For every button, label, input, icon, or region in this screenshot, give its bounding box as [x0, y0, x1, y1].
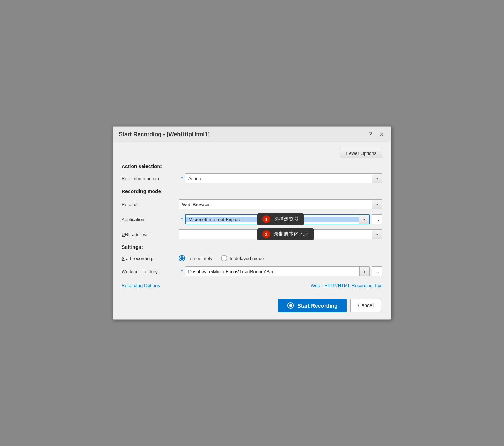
required-star-working-dir: *: [181, 269, 183, 274]
tooltip-1-number: 1: [262, 215, 270, 223]
title-bar: Start Recording - [WebHttpHtml1] ? ✕: [113, 127, 391, 142]
working-dir-row: Working directory: * D:\software\Micro F…: [122, 266, 382, 276]
start-recording-row: Start recording: Immediately In delayed …: [122, 255, 382, 261]
start-recording-field-label: Start recording:: [122, 256, 179, 261]
tooltip-1: 1 选择浏览器: [257, 213, 304, 225]
record-into-label: Record into action:: [122, 176, 179, 181]
settings-section: Settings:: [122, 244, 382, 250]
application-row: Application: * Microsoft Internet Explor…: [122, 214, 382, 224]
toolbar-row: Fewer Options: [122, 148, 382, 158]
close-button[interactable]: ✕: [378, 130, 385, 138]
footer-divider: [122, 293, 382, 293]
radio-selected-inner: [180, 256, 184, 260]
immediately-label: Immediately: [187, 256, 212, 261]
dialog-body: Fewer Options Action selection: Record i…: [113, 142, 391, 319]
help-button[interactable]: ?: [367, 131, 374, 138]
links-row: Recording Options Web - HTTP/HTML Record…: [122, 283, 382, 288]
required-star-app: *: [181, 216, 183, 222]
record-row: Record: Web Browser ▾: [122, 199, 382, 209]
record-into-dropdown-arrow[interactable]: ▾: [372, 174, 382, 183]
cancel-button[interactable]: Cancel: [350, 299, 381, 312]
record-value: Web Browser: [179, 202, 372, 207]
url-dropdown-arrow[interactable]: ▾: [372, 230, 382, 239]
record-field-label: Record:: [122, 202, 179, 207]
delayed-radio[interactable]: [221, 255, 227, 261]
start-recording-button[interactable]: Start Recording: [278, 299, 347, 312]
dialog-title: Start Recording - [WebHttpHtml1]: [119, 131, 210, 138]
record-into-dropdown[interactable]: Action ▾: [185, 173, 382, 183]
delayed-label: In delayed mode: [229, 256, 264, 261]
tooltip-2-text: 录制脚本的地址: [274, 231, 309, 237]
tooltip-2-number: 2: [262, 230, 270, 238]
delayed-option[interactable]: In delayed mode: [221, 255, 264, 261]
chevron-down-icon-5: ▾: [364, 270, 365, 274]
working-dir-value: D:\software\Micro Focus\LoadRunner\Bin: [185, 269, 359, 274]
browse-icon-2: ...: [375, 269, 379, 274]
recording-mode-section: Recording mode:: [122, 188, 382, 194]
working-dir-dropdown[interactable]: D:\software\Micro Focus\LoadRunner\Bin ▾: [185, 266, 370, 276]
record-dropdown-arrow[interactable]: ▾: [372, 200, 382, 209]
start-recording-dialog: Start Recording - [WebHttpHtml1] ? ✕ Few…: [113, 126, 391, 320]
immediately-radio[interactable]: [179, 255, 185, 261]
record-into-value: Action: [185, 176, 372, 181]
url-label: URL address:: [122, 232, 179, 237]
start-recording-input-wrapper: Immediately In delayed mode: [179, 255, 382, 261]
url-row: URL address: ▾ 2 录制脚本的地址: [122, 229, 382, 239]
record-into-row: Record into action: * Action ▾: [122, 173, 382, 183]
tooltip-2: 2 录制脚本的地址: [257, 228, 314, 240]
footer-row: Start Recording Cancel: [122, 299, 382, 312]
chevron-down-icon: ▾: [376, 177, 378, 181]
chevron-down-icon-2: ▾: [376, 202, 378, 206]
chevron-down-icon-3: ▾: [363, 217, 365, 221]
recording-tips-link[interactable]: Web - HTTP/HTML Recording Tips: [311, 283, 382, 288]
immediately-option[interactable]: Immediately: [179, 255, 212, 261]
record-into-input-wrapper: Action ▾: [185, 173, 382, 183]
tooltip-1-text: 选择浏览器: [274, 216, 299, 222]
chevron-down-icon-4: ▾: [376, 232, 378, 236]
title-bar-controls: ? ✕: [367, 130, 385, 138]
application-dropdown-arrow[interactable]: ▾: [359, 215, 369, 224]
start-recording-icon-inner: [289, 304, 292, 307]
working-dir-label: Working directory:: [122, 269, 179, 274]
working-dir-browse-button[interactable]: ...: [372, 266, 382, 276]
record-input-wrapper: Web Browser ▾: [179, 199, 382, 209]
fewer-options-button[interactable]: Fewer Options: [340, 148, 382, 158]
start-recording-radio-group: Immediately In delayed mode: [179, 255, 264, 261]
required-star-action: *: [181, 176, 183, 181]
record-into-underline-r: R: [122, 176, 125, 181]
application-browse-button[interactable]: ...: [372, 214, 382, 224]
start-recording-icon: [287, 302, 294, 309]
working-dir-input-wrapper: D:\software\Micro Focus\LoadRunner\Bin ▾…: [185, 266, 382, 276]
application-label: Application:: [122, 217, 179, 222]
start-recording-label: Start Recording: [297, 303, 338, 309]
recording-options-link[interactable]: Recording Options: [122, 283, 160, 288]
action-selection-section: Action selection:: [122, 163, 382, 169]
record-dropdown[interactable]: Web Browser ▾: [179, 199, 382, 209]
working-dir-dropdown-arrow[interactable]: ▾: [359, 267, 369, 276]
browse-icon: ...: [375, 217, 379, 222]
